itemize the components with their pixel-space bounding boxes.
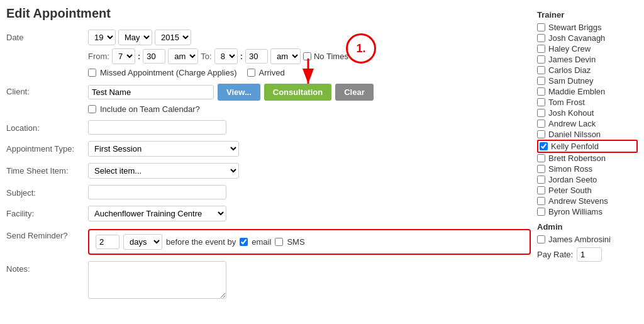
trainer-name: Andrew Lack [548, 119, 596, 128]
sms-checkbox[interactable] [275, 238, 283, 246]
notes-label: Notes: [6, 261, 88, 274]
notes-textarea[interactable] [88, 261, 226, 299]
day-select[interactable]: 19 [88, 30, 116, 45]
missed-appt-label: Missed Appointment (Charge Applies) [100, 68, 237, 77]
trainer-checkbox[interactable] [537, 34, 545, 42]
reminder-label: Send Reminder? [6, 228, 88, 240]
trainer-name: Stewart Briggs [548, 23, 602, 32]
date-row: Date 19 May 2015 From: 7 : [6, 30, 531, 77]
trainer-name: Carlos Diaz [548, 65, 591, 75]
appt-type-label: Appointment Type: [6, 141, 88, 154]
sms-label: SMS [287, 237, 304, 247]
trainer-checkbox[interactable] [537, 176, 545, 184]
trainer-checkbox[interactable] [537, 186, 545, 194]
trainer-checkbox[interactable] [537, 55, 545, 64]
trainer-item: Josh Kohout [537, 108, 638, 118]
arrived-checkbox[interactable] [247, 69, 255, 77]
client-label: Client: [6, 84, 88, 96]
client-row: Client: View... Consultation Clear [6, 84, 531, 114]
to-label: To: [201, 52, 211, 61]
trainer-checkbox[interactable] [540, 142, 548, 150]
trainer-checkbox[interactable] [537, 66, 545, 74]
trainer-checkbox[interactable] [537, 120, 545, 128]
trainer-item: Haley Crew [537, 43, 638, 54]
trainer-item: Maddie Emblen [537, 86, 638, 97]
year-select[interactable]: 2015 [155, 30, 191, 45]
pay-rate-label: Pay Rate: [537, 250, 573, 259]
trainer-item: Brett Robertson [537, 153, 638, 164]
from-ampm-select[interactable]: ampm [168, 48, 198, 64]
from-min-input[interactable] [143, 49, 165, 64]
trainer-name: Jordan Seeto [548, 175, 597, 184]
trainer-name: Josh Kohout [548, 108, 594, 118]
reminder-box: days hours before the event by email SMS [88, 229, 531, 255]
trainer-name: Andrew Stevens [548, 196, 608, 206]
trainer-item: Carlos Diaz [537, 65, 638, 75]
trainer-item: Tom Frost [537, 97, 638, 108]
trainer-item: Andrew Stevens [537, 196, 638, 206]
sidebar: Trainer Stewart BriggsJosh CavanaghHaley… [537, 6, 638, 307]
trainer-checkbox[interactable] [537, 109, 545, 117]
trainer-section-title: Trainer [537, 10, 638, 20]
trainer-checkbox[interactable] [537, 208, 545, 216]
facility-select[interactable]: Auchenflower Training Centre [88, 206, 226, 221]
trainer-name: Maddie Emblen [548, 87, 605, 96]
appt-type-select[interactable]: First Session [88, 141, 239, 157]
trainer-checkbox[interactable] [537, 77, 545, 85]
trainer-checkbox[interactable] [537, 154, 545, 162]
client-input[interactable] [88, 85, 214, 99]
missed-appt-checkbox[interactable] [88, 69, 96, 77]
view-button[interactable]: View... [218, 84, 260, 101]
reminder-row: Send Reminder? days hours before the eve… [6, 228, 531, 255]
timesheet-row: Time Sheet Item: Select item... [6, 163, 531, 179]
to-min-input[interactable] [245, 49, 268, 64]
trainer-checkbox[interactable] [537, 165, 545, 173]
pay-rate-input[interactable] [577, 247, 602, 262]
trainer-item: James Devin [537, 54, 638, 65]
subject-row: Subject: [6, 185, 531, 199]
trainer-list: Stewart BriggsJosh CavanaghHaley CrewJam… [537, 22, 638, 217]
before-event-text: before the event by [166, 237, 236, 247]
admin-checkbox[interactable] [537, 235, 545, 243]
admin-section-title: Admin [537, 222, 638, 232]
from-hour-select[interactable]: 7 [112, 48, 135, 64]
subject-input[interactable] [88, 185, 226, 199]
email-checkbox[interactable] [240, 238, 248, 246]
date-label: Date [6, 30, 88, 42]
trainer-item: Simon Ross [537, 164, 638, 174]
to-hour-select[interactable]: 8 [214, 48, 238, 64]
trainer-name: Simon Ross [548, 164, 592, 174]
appt-type-row: Appointment Type: First Session [6, 141, 531, 157]
timesheet-select[interactable]: Select item... [88, 163, 239, 179]
trainer-checkbox[interactable] [537, 45, 545, 53]
colon1: : [138, 52, 140, 61]
location-input[interactable] [88, 120, 226, 135]
pay-rate-row: Pay Rate: [537, 247, 638, 262]
trainer-name: Daniel Nilsson [548, 130, 601, 139]
trainer-name: Tom Frost [548, 98, 585, 107]
trainer-name: Brett Robertson [548, 154, 606, 163]
clear-button[interactable]: Clear [335, 84, 374, 101]
trainer-item: Jordan Seeto [537, 174, 638, 185]
trainer-checkbox[interactable] [537, 23, 545, 31]
trainer-checkbox[interactable] [537, 197, 545, 205]
location-label: Location: [6, 120, 88, 133]
include-team-cal-label: Include on Team Calendar? [100, 104, 200, 114]
page-title: Edit Appointment [6, 6, 531, 21]
location-row: Location: [6, 120, 531, 135]
trainer-item: Kelly Penfold [537, 140, 638, 153]
reminder-days-input[interactable] [96, 235, 119, 249]
trainer-name: Byron Williams [548, 207, 602, 216]
reminder-period-select[interactable]: days hours [123, 234, 162, 250]
subject-label: Subject: [6, 185, 88, 198]
trainer-checkbox[interactable] [537, 130, 545, 138]
trainer-item: Andrew Lack [537, 118, 638, 129]
trainer-item: Josh Cavanagh [537, 33, 638, 43]
include-team-cal-checkbox[interactable] [88, 105, 96, 113]
trainer-name: Haley Crew [548, 44, 591, 53]
trainer-checkbox[interactable] [537, 98, 545, 106]
colon2: : [240, 52, 243, 61]
trainer-item: Daniel Nilsson [537, 129, 638, 140]
month-select[interactable]: May [118, 30, 152, 45]
trainer-checkbox[interactable] [537, 87, 545, 96]
